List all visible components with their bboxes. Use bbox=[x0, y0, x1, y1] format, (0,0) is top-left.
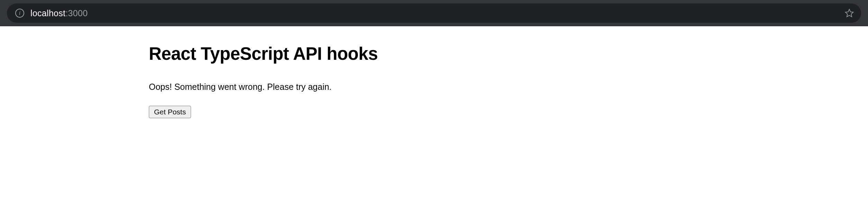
url-text: localhost:3000 bbox=[30, 8, 88, 18]
url-port: :3000 bbox=[65, 8, 88, 18]
browser-address-bar: i localhost:3000 bbox=[0, 0, 868, 26]
bookmark-star-icon[interactable] bbox=[844, 8, 854, 18]
url-input-container[interactable]: i localhost:3000 bbox=[7, 3, 861, 23]
error-message: Oops! Something went wrong. Please try a… bbox=[149, 82, 868, 92]
url-host: localhost bbox=[30, 8, 65, 18]
page-title: React TypeScript API hooks bbox=[149, 44, 868, 64]
page-content: React TypeScript API hooks Oops! Somethi… bbox=[0, 26, 868, 118]
get-posts-button[interactable]: Get Posts bbox=[149, 106, 191, 118]
info-icon[interactable]: i bbox=[15, 9, 24, 18]
